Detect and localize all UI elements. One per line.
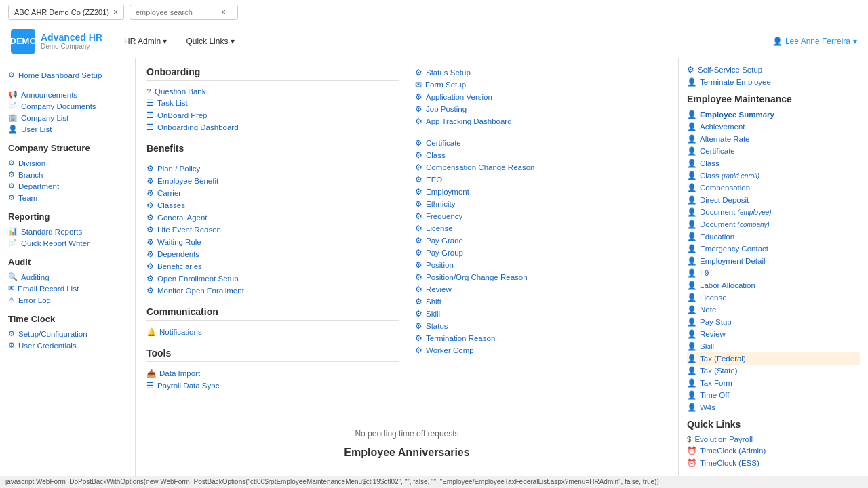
link-compensation[interactable]: 👤 Compensation bbox=[687, 182, 860, 194]
link-certificate-emp[interactable]: 👤 Certificate bbox=[687, 145, 860, 157]
link-document-employee[interactable]: 👤 Document (employee) bbox=[687, 206, 860, 218]
link-education[interactable]: 👤 Education bbox=[687, 230, 860, 243]
employee-search-input[interactable] bbox=[136, 8, 217, 16]
link-skill[interactable]: ⚙ Skill bbox=[415, 308, 667, 320]
link-class-emp[interactable]: 👤 Class bbox=[687, 157, 860, 169]
link-ethnicity[interactable]: ⚙ Ethnicity bbox=[415, 198, 667, 210]
link-question-bank[interactable]: ? Question Bank bbox=[146, 86, 399, 97]
link-direct-deposit[interactable]: 👤 Direct Deposit bbox=[687, 194, 860, 206]
link-carrier[interactable]: ⚙ Carrier bbox=[146, 187, 399, 199]
link-termination-reason[interactable]: ⚙ Termination Reason bbox=[415, 332, 667, 344]
link-pay-group[interactable]: ⚙ Pay Group bbox=[415, 247, 667, 259]
link-app-tracking-dashboard[interactable]: ⚙ App Tracking Dashboard bbox=[415, 115, 667, 127]
sidebar-link-user-list[interactable]: 👤 User List bbox=[8, 123, 127, 135]
link-beneficiaries[interactable]: ⚙ Beneficiaries bbox=[146, 260, 399, 272]
link-classes[interactable]: ⚙ Classes bbox=[146, 199, 399, 211]
tab-close-button[interactable]: × bbox=[113, 7, 118, 17]
link-waiting-rule[interactable]: ⚙ Waiting Rule bbox=[146, 236, 399, 248]
sidebar-link-user-credentials[interactable]: ⚙ User Credentials bbox=[8, 340, 127, 351]
link-license-emp[interactable]: 👤 License bbox=[687, 291, 860, 304]
link-tax-federal[interactable]: 👤 Tax (Federal) bbox=[687, 352, 860, 365]
link-open-enrollment-setup[interactable]: ⚙ Open Enrollment Setup bbox=[146, 272, 399, 285]
link-dependents[interactable]: ⚙ Dependents bbox=[146, 248, 399, 260]
link-form-setup[interactable]: ✉ Form Setup bbox=[415, 79, 667, 91]
sidebar-link-department[interactable]: ⚙ Department bbox=[8, 180, 127, 192]
link-general-agent[interactable]: ⚙ General Agent bbox=[146, 211, 399, 224]
link-terminate-employee[interactable]: 👤 Terminate Employee bbox=[687, 76, 860, 88]
link-labor-allocation[interactable]: 👤 Labor Allocation bbox=[687, 279, 860, 291]
link-position[interactable]: ⚙ Position bbox=[415, 259, 667, 271]
alternate-rate-icon: 👤 bbox=[687, 134, 696, 144]
link-frequency[interactable]: ⚙ Frequency bbox=[415, 210, 667, 222]
sidebar-link-company-documents[interactable]: 📄 Company Documents bbox=[8, 100, 127, 112]
link-onboarding-dashboard[interactable]: ☰ Onboarding Dashboard bbox=[146, 121, 399, 134]
link-life-event-reason[interactable]: ⚙ Life Event Reason bbox=[146, 224, 399, 236]
sidebar-link-error-log[interactable]: ⚠ Error Log bbox=[8, 294, 127, 306]
division-icon: ⚙ bbox=[8, 159, 15, 167]
nav-hradmin[interactable]: HR Admin ▾ bbox=[116, 33, 175, 50]
link-employment-detail[interactable]: 👤 Employment Detail bbox=[687, 255, 860, 267]
employee-search-tab[interactable]: × bbox=[130, 5, 238, 20]
note-icon: 👤 bbox=[687, 305, 696, 314]
link-license[interactable]: ⚙ License bbox=[415, 222, 667, 235]
sidebar-link-email-record-list[interactable]: ✉ Email Record List bbox=[8, 283, 127, 294]
link-alternate-rate[interactable]: 👤 Alternate Rate bbox=[687, 133, 860, 145]
link-employee-benefit[interactable]: ⚙ Employee Benefit bbox=[146, 175, 399, 187]
sidebar-link-setup-configuration[interactable]: ⚙ Setup/Configuration bbox=[8, 328, 127, 340]
link-status-setup[interactable]: ⚙ Status Setup bbox=[415, 66, 667, 79]
link-monitor-open-enrollment[interactable]: ⚙ Monitor Open Enrollment bbox=[146, 285, 399, 297]
link-self-service-setup[interactable]: ⚙ Self-Service Setup bbox=[687, 64, 860, 76]
link-eeo[interactable]: ⚙ EEO bbox=[415, 174, 667, 186]
link-skill-emp[interactable]: 👤 Skill bbox=[687, 340, 860, 352]
link-plan-policy[interactable]: ⚙ Plan / Policy bbox=[146, 163, 399, 175]
link-class[interactable]: ⚙ Class bbox=[415, 149, 667, 161]
link-tax-form[interactable]: 👤 Tax Form bbox=[687, 377, 860, 389]
eeo-icon: ⚙ bbox=[415, 175, 422, 184]
link-pay-grade[interactable]: ⚙ Pay Grade bbox=[415, 235, 667, 247]
link-evolution-payroll[interactable]: $ Evolution Payroll bbox=[687, 434, 860, 445]
link-task-list[interactable]: ☰ Task List bbox=[146, 97, 399, 109]
link-timeclock-admin[interactable]: ⏰ TimeClock (Admin) bbox=[687, 445, 860, 457]
user-area[interactable]: 👤 Lee Anne Ferreira ▾ bbox=[772, 37, 857, 46]
sidebar-link-branch[interactable]: ⚙ Branch bbox=[8, 169, 127, 180]
link-review-emp[interactable]: 👤 Review bbox=[687, 328, 860, 340]
sidebar-link-quick-report-writer[interactable]: 📄 Quick Report Writer bbox=[8, 237, 127, 249]
sidebar-link-company-list[interactable]: 🏢 Company List bbox=[8, 112, 127, 123]
link-i9[interactable]: 👤 I-9 bbox=[687, 267, 860, 279]
active-tab[interactable]: ABC AHR Demo Co (ZZ201) × bbox=[8, 5, 124, 20]
link-w4s[interactable]: 👤 W4s bbox=[687, 401, 860, 413]
link-employee-summary[interactable]: 👤 Employee Summary bbox=[687, 108, 860, 121]
link-data-import[interactable]: 📥 Data Import bbox=[146, 367, 399, 380]
link-pay-stub[interactable]: 👤 Pay Stub bbox=[687, 316, 860, 328]
link-status[interactable]: ⚙ Status bbox=[415, 320, 667, 332]
link-shift[interactable]: ⚙ Shift bbox=[415, 296, 667, 308]
sidebar-link-home-dashboard-setup[interactable]: ⚙ Home Dashboard Setup bbox=[8, 69, 127, 81]
nav-quicklinks[interactable]: Quick Links ▾ bbox=[178, 33, 242, 50]
link-certificate[interactable]: ⚙ Certificate bbox=[415, 137, 667, 149]
link-tax-state[interactable]: 👤 Tax (State) bbox=[687, 365, 860, 377]
sidebar-link-standard-reports[interactable]: 📊 Standard Reports bbox=[8, 226, 127, 237]
link-document-company[interactable]: 👤 Document (company) bbox=[687, 218, 860, 230]
link-onboard-prep[interactable]: ☰ OnBoard Prep bbox=[146, 109, 399, 121]
link-employment[interactable]: ⚙ Employment bbox=[415, 186, 667, 198]
link-note[interactable]: 👤 Note bbox=[687, 304, 860, 316]
link-compensation-change-reason[interactable]: ⚙ Compensation Change Reason bbox=[415, 161, 667, 174]
app-name: Advanced HR bbox=[41, 32, 102, 43]
link-emergency-contact[interactable]: 👤 Emergency Contact bbox=[687, 243, 860, 255]
link-class-rapid-enroll[interactable]: 👤 Class (rapid enroll) bbox=[687, 169, 860, 182]
sidebar-link-team[interactable]: ⚙ Team bbox=[8, 192, 127, 203]
sidebar-link-division[interactable]: ⚙ Division bbox=[8, 157, 127, 169]
link-job-posting[interactable]: ⚙ Job Posting bbox=[415, 103, 667, 115]
link-achievement[interactable]: 👤 Achievement bbox=[687, 121, 860, 133]
link-review[interactable]: ⚙ Review bbox=[415, 283, 667, 296]
link-position-org-change-reason[interactable]: ⚙ Position/Org Change Reason bbox=[415, 271, 667, 283]
search-close-icon[interactable]: × bbox=[221, 7, 226, 17]
sidebar-link-announcements[interactable]: 📢 Announcements bbox=[8, 89, 127, 100]
link-time-off[interactable]: 👤 Time Off bbox=[687, 389, 860, 401]
link-application-version[interactable]: ⚙ Application Version bbox=[415, 91, 667, 103]
sidebar-link-auditing[interactable]: 🔍 Auditing bbox=[8, 271, 127, 283]
link-timeclock-ess[interactable]: ⏰ TimeClock (ESS) bbox=[687, 457, 860, 469]
link-notifications[interactable]: 🔔 Notifications bbox=[146, 326, 399, 338]
link-worker-comp[interactable]: ⚙ Worker Comp bbox=[415, 344, 667, 357]
link-payroll-data-sync[interactable]: ☰ Payroll Data Sync bbox=[146, 380, 399, 392]
